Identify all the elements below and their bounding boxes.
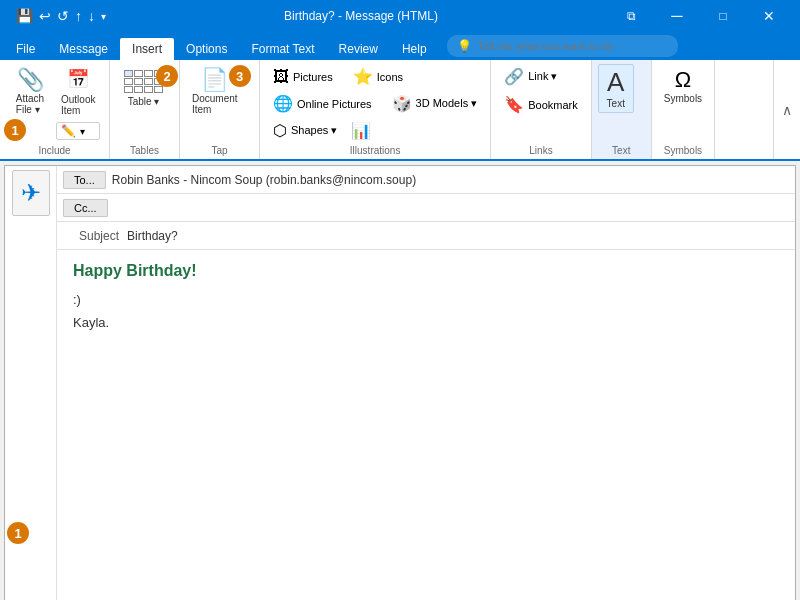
symbols-label: Symbols xyxy=(664,93,702,104)
text-button[interactable]: A Text xyxy=(598,64,634,113)
lightbulb-icon: 💡 xyxy=(457,39,472,53)
email-body[interactable]: Happy Birthday! :) Kayla. xyxy=(57,250,795,600)
doc-icon: 📄 xyxy=(201,68,228,92)
close-button[interactable]: ✕ xyxy=(746,0,792,32)
step1-badge: 1 xyxy=(4,119,26,141)
maximize-button[interactable]: □ xyxy=(700,0,746,32)
bookmark-icon: 🔖 xyxy=(504,95,524,114)
email-container: ✈ 1 To... Robin Banks - Nincom Soup (rob… xyxy=(4,165,796,600)
pictures-icon: 🖼 xyxy=(273,68,289,86)
online-pictures-label: Online Pictures xyxy=(297,98,372,110)
include-group-label: Include xyxy=(6,143,103,159)
tap-group-label: Tap xyxy=(186,143,253,159)
step2-badge: 2 xyxy=(156,65,178,87)
cc-row: Cc... xyxy=(57,194,795,222)
save-icon[interactable]: 💾 xyxy=(16,8,33,24)
3d-models-icon: 🎲 xyxy=(392,94,412,113)
to-button[interactable]: To... xyxy=(63,171,106,189)
bookmark-button[interactable]: 🔖 Bookmark xyxy=(497,92,585,117)
tab-help[interactable]: Help xyxy=(390,38,439,60)
cc-input[interactable] xyxy=(114,197,795,219)
text-group-label: Text xyxy=(598,143,645,159)
illustrations-group-label: Illustrations xyxy=(266,143,484,159)
up-icon[interactable]: ↑ xyxy=(75,8,82,24)
icons-label: Icons xyxy=(377,71,403,83)
more-qs-icon[interactable]: ▾ xyxy=(101,11,106,22)
tell-me-input[interactable] xyxy=(478,40,668,52)
tell-me-area[interactable]: 💡 xyxy=(447,35,678,57)
outlook-item-button[interactable]: 📅 OutlookItem xyxy=(56,64,100,120)
link-icon: 🔗 xyxy=(504,67,524,86)
collapse-ribbon-button[interactable]: ∧ xyxy=(773,60,800,159)
subject-label: Subject xyxy=(57,229,127,243)
signature-button[interactable]: ✏️ ▾ xyxy=(56,122,100,140)
send-panel: ✈ 1 xyxy=(5,166,57,600)
document-item-button[interactable]: 📄 DocumentItem 3 xyxy=(186,64,244,119)
links-group-label: Links xyxy=(497,143,585,159)
icons-icon: ⭐ xyxy=(353,67,373,86)
chart-button[interactable]: 📊 xyxy=(344,118,378,143)
3d-models-label: 3D Models ▾ xyxy=(416,97,478,110)
tab-message[interactable]: Message xyxy=(47,38,120,60)
cc-button[interactable]: Cc... xyxy=(63,199,108,217)
pictures-button[interactable]: 🖼 Pictures xyxy=(266,65,340,89)
link-label: Link ▾ xyxy=(528,70,557,83)
greeting-text: Happy Birthday! xyxy=(73,262,779,280)
attach-icon: 📎 xyxy=(17,68,44,92)
email-fields: To... Robin Banks - Nincom Soup (robin.b… xyxy=(57,166,795,600)
tab-options[interactable]: Options xyxy=(174,38,239,60)
body-line1: :) xyxy=(73,292,779,307)
undo-icon[interactable]: ↩ xyxy=(39,8,51,24)
to-row: To... Robin Banks - Nincom Soup (robin.b… xyxy=(57,166,795,194)
link-button[interactable]: 🔗 Link ▾ xyxy=(497,64,564,89)
tables-group-label: Tables xyxy=(116,143,173,159)
icons-button[interactable]: ⭐ Icons xyxy=(346,64,410,89)
redo-icon[interactable]: ↺ xyxy=(57,8,69,24)
tab-review[interactable]: Review xyxy=(327,38,390,60)
symbols-icon: Ω xyxy=(675,68,691,92)
sig-icon: ✏️ xyxy=(61,124,76,138)
tab-file[interactable]: File xyxy=(4,38,47,60)
online-pictures-button[interactable]: 🌐 Online Pictures xyxy=(266,91,379,116)
shapes-button[interactable]: ⬡ Shapes ▾ xyxy=(266,118,344,143)
chart-icon: 📊 xyxy=(351,121,371,140)
outlook-icon: 📅 xyxy=(67,68,89,90)
pictures-label: Pictures xyxy=(293,71,333,83)
sig-label: ▾ xyxy=(80,126,85,137)
symbols-button[interactable]: Ω Symbols xyxy=(658,64,708,108)
step3-badge: 3 xyxy=(229,65,251,87)
text-label: Text xyxy=(607,98,625,109)
bookmark-label: Bookmark xyxy=(528,99,578,111)
shapes-icon: ⬡ xyxy=(273,121,287,140)
3d-models-button[interactable]: 🎲 3D Models ▾ xyxy=(385,91,485,116)
step1-send-badge: 1 xyxy=(7,522,29,544)
restore-down-button[interactable]: ⧉ xyxy=(608,0,654,32)
tab-format-text[interactable]: Format Text xyxy=(239,38,326,60)
attach-file-button[interactable]: 📎 AttachFile ▾ xyxy=(6,64,54,119)
to-value: Robin Banks - Nincom Soup (robin.banks@n… xyxy=(112,169,416,191)
online-pictures-icon: 🌐 xyxy=(273,94,293,113)
body-line2: Kayla. xyxy=(73,315,779,330)
attach-label: AttachFile ▾ xyxy=(16,93,44,115)
outlook-label: OutlookItem xyxy=(61,94,95,116)
table-label: Table ▾ xyxy=(128,96,160,107)
window-title: Birthday? - Message (HTML) xyxy=(114,9,608,23)
subject-row: Subject xyxy=(57,222,795,250)
send-button[interactable]: ✈ xyxy=(12,170,50,216)
tab-insert[interactable]: Insert xyxy=(120,38,174,60)
symbols-group-label: Symbols xyxy=(658,143,708,159)
table-button[interactable]: Table ▾ 2 xyxy=(116,64,171,111)
down-icon[interactable]: ↓ xyxy=(88,8,95,24)
minimize-button[interactable]: ─ xyxy=(654,0,700,32)
doc-label: DocumentItem xyxy=(192,93,238,115)
shapes-label: Shapes ▾ xyxy=(291,124,337,137)
text-icon: A xyxy=(607,68,624,97)
subject-input[interactable] xyxy=(127,225,795,247)
